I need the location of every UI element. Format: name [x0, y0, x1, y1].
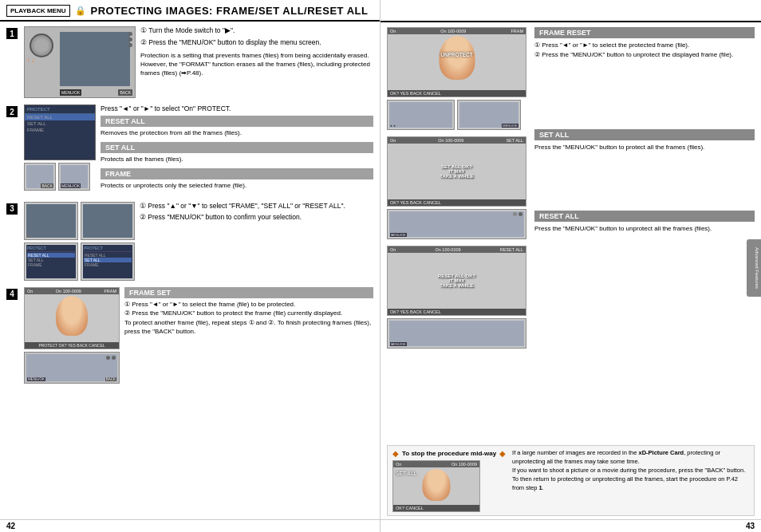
frame-reset-photo: On On 100-0009 FRAM UNPROTECT OK? YES BA…	[387, 27, 526, 97]
set-all-overlay: OK? YES BACK CANCEL	[388, 199, 526, 206]
step3-camera1-bottom: PROTECT RESET ALL SET ALL FRAME	[24, 242, 78, 281]
set-all-desc: Protects all the frames (files).	[101, 155, 373, 164]
stop-photo: On On 100-0009 SET ALL OK? CANCEL	[392, 460, 480, 512]
step-1-row: 1 ↑ ↓ MENU/OK	[6, 26, 373, 98]
frame-desc: Protects or unprotects only the selected…	[101, 181, 373, 190]
reset-all-header: RESET ALL	[101, 116, 373, 127]
stop-set-all-label: SET ALL	[396, 471, 417, 476]
frame-reset-section-header: FRAME RESET	[534, 27, 755, 38]
page-title: PROTECTING IMAGES: FRAME/SET ALL/RESET A…	[91, 5, 369, 17]
page-header: PLAYBACK MENU 🔒 PROTECTING IMAGES: FRAME…	[0, 0, 380, 22]
reset-all-topbar: On On 100-0009 RESET ALL	[388, 246, 526, 253]
step2-pre-text: Press "◄" or "►" to select "On" PROTECT.	[101, 104, 373, 112]
diamond-icon: ◆	[392, 449, 399, 458]
unprotect-label: UNPROTECT	[388, 52, 526, 57]
right-photo-col: On On 100-0009 FRAM UNPROTECT OK? YES BA…	[387, 27, 526, 440]
step3-camera2-bottom: PROTECT RESET ALL SET ALL FRAME	[81, 242, 135, 281]
stop-overlay: OK? CANCEL	[393, 505, 479, 511]
bottom-info-box: ◆ To stop the procedure mid-way ◆ On On …	[387, 445, 755, 516]
set-all-photo-block: On On 100-0009 SET ALL SET ALL OK? IT MA…	[387, 136, 526, 239]
step2-camera-ok: MENU/OK	[58, 163, 90, 191]
set-all-photo: On On 100-0009 SET ALL SET ALL OK? IT MA…	[387, 136, 526, 207]
set-all-cam: MENU/OK	[387, 209, 526, 239]
step2-camera-back: BACK	[24, 163, 56, 191]
frame-reset-overlay: OK? YES BACK CANCEL	[388, 90, 526, 97]
set-all-section-header: SET ALL	[534, 129, 755, 140]
step-2-sections: Press "◄" or "►" to select "On" PROTECT.…	[101, 104, 373, 195]
right-content: On On 100-0009 FRAM UNPROTECT OK? YES BA…	[380, 22, 761, 445]
frame-reset-cam2: MENU/OK	[457, 100, 521, 130]
step-1-text: ① Turn the Mode switch to "▶". ② Press t…	[140, 26, 373, 98]
step4-photo-top: On On 100-0009 FRAM PROTECT OK? YES BACK…	[24, 287, 120, 349]
playback-menu-badge: PLAYBACK MENU	[6, 5, 70, 17]
reset-all-cam: MENU/OK	[387, 318, 526, 349]
set-all-section-text: Press the "MENU/OK" button to protect al…	[534, 143, 755, 152]
side-tab: Advanced Features	[747, 239, 761, 297]
step-4-number: 4	[6, 289, 18, 300]
step4-camera-bottom: MENU/OK BACK	[24, 352, 120, 384]
step3-camera2-top	[81, 202, 135, 240]
step1-arrows: ↑ ↓	[27, 57, 34, 63]
reset-all-photo-block: On On 100-0009 RESET ALL RESET ALL OK? I…	[387, 246, 526, 349]
right-text-col: FRAME RESET ① Press "◄" or "►" to select…	[534, 27, 755, 440]
step4-protect-overlay: PROTECT OK? YES BACK CANCEL	[25, 342, 119, 349]
set-all-center-text: SET ALL OK? IT MAY TAKE A WHILE	[440, 164, 473, 179]
frame-reset-topbar: On On 100-0009 FRAM	[388, 28, 526, 34]
page-number-left: 42	[0, 519, 380, 532]
step-3-row: 3 ↑↓ PROTECT RESET ALL	[6, 202, 373, 281]
step-2-row: 2 PROTECT RESET ALL SET ALL FRAME	[6, 104, 373, 195]
frame-set-instructions: ① Press "◄" or "►" to select the frame (…	[124, 300, 373, 337]
bottom-info-text: If a large number of images are recorded…	[512, 449, 749, 512]
step1-camera-image: ↑ ↓ MENU/OK BACK	[24, 26, 136, 98]
frame-reset-section: FRAME RESET ① Press "◄" or "►" to select…	[534, 27, 755, 59]
step-4-content: On On 100-0009 FRAM PROTECT OK? YES BACK…	[24, 287, 373, 384]
stop-photo-topbar: On On 100-0009	[393, 461, 479, 467]
right-header-blank	[380, 0, 761, 22]
step-2-content: PROTECT RESET ALL SET ALL FRAME BACK	[24, 104, 373, 195]
lock-icon: 🔒	[75, 6, 86, 16]
diamond2-icon: ◆	[499, 449, 506, 458]
step-1-number: 1	[6, 28, 18, 39]
frame-reset-cam1: ◄ ►	[387, 100, 455, 130]
step-2-number: 2	[6, 106, 18, 117]
step2-menu-screen: PROTECT RESET ALL SET ALL FRAME	[24, 104, 96, 160]
frame-set-header: FRAME SET	[124, 287, 373, 298]
stop-label: To stop the procedure mid-way	[402, 450, 496, 457]
step4-topbar-mid: On 100-0009	[56, 289, 81, 294]
step3-camera1-top: ↑↓	[24, 202, 78, 240]
step-3-text: ① Press "▲" or "▼" to select "FRAME", "S…	[140, 202, 373, 281]
step4-frame-label: FRAM	[104, 289, 116, 294]
steps-container: 1 ↑ ↓ MENU/OK	[0, 22, 380, 519]
reset-all-photo-overlay: OK? YES BACK CANCEL	[388, 309, 526, 315]
set-all-section: SET ALL Press the "MENU/OK" button to pr…	[534, 129, 755, 152]
step-3-number: 3	[6, 203, 18, 215]
frame-reset-section-text: ① Press "◄" or "►" to select the protect…	[534, 41, 755, 59]
reset-all-center-text: RESET ALL OK? IT MAY TAKE A WHILE	[438, 274, 475, 288]
stop-photo-container: ◆ To stop the procedure mid-way ◆ On On …	[392, 449, 506, 512]
set-all-header: SET ALL	[101, 142, 373, 153]
reset-all-photo: On On 100-0009 RESET ALL RESET ALL OK? I…	[387, 246, 526, 316]
step-3-content: ↑↓ PROTECT RESET ALL SET ALL FRAME	[24, 202, 373, 281]
reset-all-desc: Removes the protection from all the fram…	[101, 128, 373, 137]
frame-reset-photo-block: On On 100-0009 FRAM UNPROTECT OK? YES BA…	[387, 27, 526, 130]
set-all-topbar: On On 100-0009 SET ALL	[388, 137, 526, 144]
reset-all-section-text: Press the "MENU/OK" button to unprotect …	[534, 224, 755, 234]
reset-all-section-header: RESET ALL	[534, 211, 755, 222]
step-4-row: 4 On On 100-0009 FRAM PROTECT OK? YES BA…	[6, 287, 373, 384]
reset-all-section: RESET ALL Press the "MENU/OK" button to …	[534, 211, 755, 234]
step-4-right: FRAME SET ① Press "◄" or "►" to select t…	[124, 287, 373, 384]
frame-header: FRAME	[101, 168, 373, 179]
page-number-right: 43	[380, 519, 761, 532]
step4-topbar-left: On	[27, 289, 33, 294]
step-1-content: ↑ ↓ MENU/OK BACK ① Turn the Mode switch …	[24, 26, 373, 98]
